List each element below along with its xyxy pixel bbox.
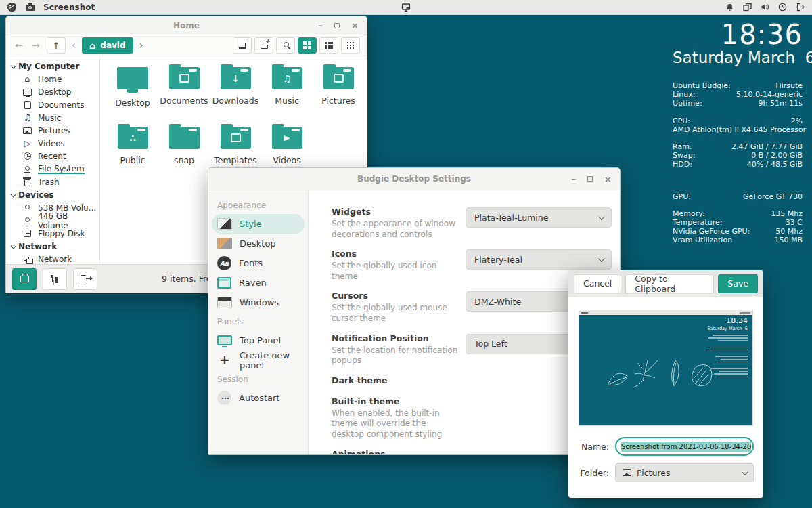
- nav-item-raven[interactable]: Raven: [208, 273, 308, 293]
- sidebar-item-home[interactable]: ⌂Home: [6, 72, 99, 85]
- save-button[interactable]: Save: [718, 274, 758, 293]
- panel-icon: [217, 335, 232, 345]
- places-icon: [20, 276, 29, 282]
- budgie-menu-icon[interactable]: [7, 2, 17, 12]
- enter-location-button[interactable]: [233, 37, 252, 54]
- cancel-button[interactable]: Cancel: [574, 274, 621, 293]
- file-manager-titlebar[interactable]: Home – ×: [6, 16, 367, 35]
- sidebar-item-videos[interactable]: ▷Videos: [6, 137, 99, 150]
- filename-input[interactable]: Screenshot from 2021-03-06 18-34-20.png: [615, 437, 754, 456]
- chevron-down-icon: [10, 243, 16, 249]
- conky-os-row: Ubuntu Budgie:Hirsute: [673, 81, 803, 90]
- back-button[interactable]: ←: [13, 40, 25, 51]
- file-pictures[interactable]: Pictures: [313, 64, 364, 124]
- plus-icon: +: [217, 354, 232, 366]
- maximize-button[interactable]: [587, 176, 593, 182]
- search-button[interactable]: [276, 37, 295, 54]
- sidebar-item-pictures[interactable]: Pictures: [6, 124, 99, 137]
- preview-mini-panel: [579, 310, 752, 315]
- sidebar-item-desktop[interactable]: Desktop: [6, 85, 99, 98]
- sidebar-section-my-computer[interactable]: My Computer: [6, 60, 99, 72]
- share-glyph: ∴: [129, 133, 136, 144]
- hide-sidebar-button[interactable]: [73, 268, 97, 290]
- sidebar-item-file-system[interactable]: File System: [6, 163, 99, 175]
- file-desktop[interactable]: Desktop: [107, 64, 158, 124]
- nav-item-style[interactable]: Style: [212, 214, 304, 234]
- window-title: Home: [173, 21, 200, 30]
- nav-item-desktop[interactable]: Desktop: [208, 234, 308, 253]
- folder-dropdown[interactable]: Pictures: [615, 463, 754, 482]
- network-icon: [24, 257, 29, 261]
- logout-icon[interactable]: [796, 3, 805, 12]
- screenshot-app-icon[interactable]: [25, 3, 35, 12]
- volume-icon[interactable]: [761, 3, 769, 12]
- settings-titlebar[interactable]: Budgie Desktop Settings – ×: [208, 168, 620, 190]
- grid-view-icon: [303, 41, 311, 49]
- file-snap[interactable]: snap: [158, 124, 210, 184]
- file-public[interactable]: ∴Public: [107, 124, 158, 184]
- maximize-button[interactable]: [334, 23, 340, 28]
- chevron-down-icon: [598, 255, 605, 262]
- folder-icon: [169, 127, 200, 149]
- grid-view-button[interactable]: [298, 37, 317, 54]
- nav-item-autostart[interactable]: ⋯Autostart: [208, 388, 308, 408]
- minimize-button[interactable]: –: [572, 175, 577, 184]
- music-note-icon: ♫: [22, 113, 32, 123]
- toggle-places-button[interactable]: [12, 268, 37, 290]
- nav-item-top-panel[interactable]: Top Panel: [208, 331, 308, 350]
- sidebar-section-devices[interactable]: Devices: [6, 188, 99, 201]
- forward-button[interactable]: →: [30, 40, 42, 51]
- nav-item-create-new-panel[interactable]: +Create new panel: [208, 350, 308, 370]
- tree-view-icon: [51, 275, 59, 282]
- clock-tray-icon[interactable]: [778, 3, 787, 12]
- list-view-button[interactable]: [319, 37, 338, 54]
- search-icon: [284, 42, 289, 47]
- up-button[interactable]: ↑: [47, 37, 66, 54]
- raven-icon: [217, 277, 231, 289]
- widgets-theme-dropdown[interactable]: Plata-Teal-Lumine: [466, 207, 612, 228]
- sidebar-item-network[interactable]: Network: [6, 253, 99, 264]
- sidebar-item-trash[interactable]: Trash: [6, 175, 99, 188]
- file-music[interactable]: ♫Music: [261, 64, 313, 124]
- nav-item-windows[interactable]: Windows: [208, 293, 308, 312]
- music-note-glyph: ♫: [283, 73, 292, 84]
- preview-date: Saturday March 6: [708, 326, 748, 331]
- name-row: Name: Screenshot from 2021-03-06 18-34-2…: [578, 437, 754, 456]
- nav-item-fonts[interactable]: AaFonts: [208, 253, 308, 273]
- picture-icon: [23, 127, 32, 134]
- fonts-icon: Aa: [217, 256, 231, 270]
- chevron-down-icon: [742, 469, 748, 475]
- display-tray-icon[interactable]: [401, 3, 411, 12]
- file-downloads[interactable]: ↓Downloads: [210, 64, 261, 124]
- sidebar-item-documents[interactable]: Documents: [6, 98, 99, 111]
- filename-selected-text: Screenshot from 2021-03-06 18-34-20: [621, 442, 751, 452]
- picture-glyph: [334, 74, 344, 83]
- notifications-bell-icon[interactable]: [725, 3, 734, 12]
- conky-gpu-temp-row: Temperature:33 C: [673, 218, 803, 227]
- sidebar-item-446gb-volume[interactable]: 446 GB Volume: [6, 214, 99, 227]
- file-documents[interactable]: Documents: [158, 64, 210, 124]
- chevron-down-icon: [10, 192, 16, 197]
- breadcrumb-home-segment[interactable]: ⌂ david: [82, 37, 133, 54]
- new-tab-button[interactable]: [254, 37, 273, 54]
- trash-icon: [24, 179, 30, 186]
- breadcrumb-prev-icon[interactable]: ‹: [70, 39, 77, 51]
- screenshot-preview-image: 18:34 Saturday March 6: [579, 310, 752, 425]
- windows-switcher-icon[interactable]: [743, 3, 752, 12]
- conky-gpu-clock-row: NVidia GeForce GPU:50 Mhz: [673, 227, 803, 236]
- sidebar-section-network[interactable]: Network: [6, 240, 99, 253]
- icon-theme-dropdown[interactable]: Flatery-Teal: [466, 249, 612, 270]
- sidebar-item-music[interactable]: ♫Music: [6, 111, 99, 124]
- desktop-wallpaper-icon: [217, 238, 232, 249]
- sidebar-item-recent[interactable]: Recent: [6, 150, 99, 163]
- close-button[interactable]: ×: [351, 21, 359, 30]
- close-button[interactable]: ×: [604, 175, 612, 184]
- copy-to-clipboard-button[interactable]: Copy to Clipboard: [625, 274, 714, 293]
- minimize-button[interactable]: –: [319, 21, 323, 30]
- conky-clock: 18:36: [673, 20, 803, 49]
- budgie-settings-window: Budgie Desktop Settings – × Appearance S…: [208, 167, 621, 455]
- drive-icon: [25, 205, 30, 209]
- breadcrumb-next-icon[interactable]: ›: [138, 39, 145, 51]
- tree-view-button[interactable]: [43, 268, 67, 290]
- compact-view-button[interactable]: [341, 37, 360, 54]
